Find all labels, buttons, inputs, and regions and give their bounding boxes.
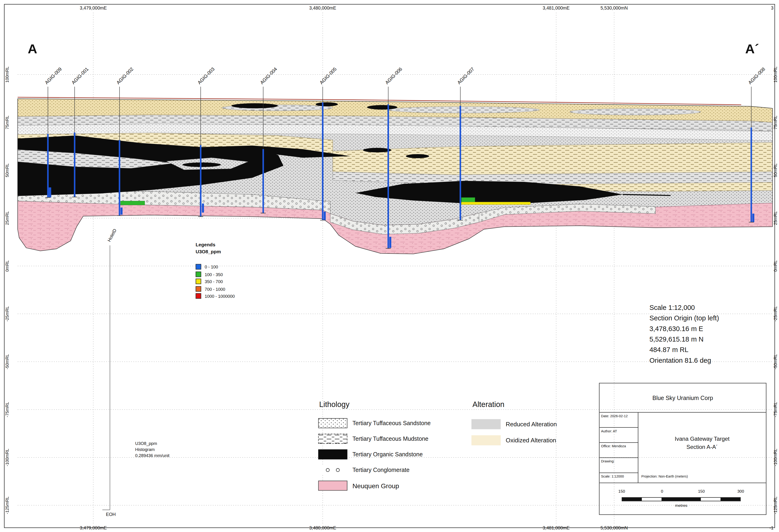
scale-info-line: Section Origin (top left) [649, 313, 719, 323]
u3o8-legend-item: 100 - 350 [196, 271, 223, 277]
lithology-label: Tertiary Organic Sandstone [352, 452, 423, 458]
scale-info-line: 484.87 m RL [649, 345, 719, 355]
axis-top-easting-3: 3,481,000mE [543, 6, 570, 11]
u3o8-legend-title: Legends [196, 242, 216, 248]
axis-bottom-corner-truncated: -1 [769, 526, 773, 531]
scale-bar-tick: 300 [737, 489, 744, 493]
lithology-label: Neuquen Group [352, 482, 399, 489]
axis-right-rl-n75: -75mRL [773, 402, 778, 417]
axis-right-rl-n125: -125mRL [773, 496, 778, 514]
axis-bottom-easting-2: 3,480,000mE [309, 526, 336, 531]
axis-bottom-easting-1: 3,479,000mE [80, 526, 107, 531]
u3o8-legend-item: 1000 - 1000000 [196, 293, 235, 299]
u3o8-range-label: 0 - 100 [205, 264, 218, 269]
projection-field: Projection: Non-Earth (meters) [638, 473, 766, 483]
scale-bar-unit: metres [675, 504, 687, 508]
eoh-label: EOH [106, 512, 116, 517]
axis-left-rl-75: 75mRL [4, 116, 10, 129]
axis-left-rl-50: 50mRL [4, 163, 10, 177]
assay-interval-green [120, 201, 145, 205]
axis-left-rl-n50: -50mRL [4, 354, 10, 369]
u3o8-legend-item: 700 - 1000 [196, 286, 225, 292]
alteration-label: Reduced Alteration [506, 421, 557, 428]
scale-info-block: Scale 1:12,000 Section Origin (top left)… [649, 302, 719, 366]
title-block: Blue Sky Uranium Corp Ivana Gateway Targ… [599, 383, 766, 515]
axis-left-rl-n100: -100mRL [4, 449, 10, 466]
scale-bar-segments [622, 497, 741, 501]
alteration-legend-title: Alteration [472, 400, 504, 409]
lithology-swatch-circles [318, 465, 348, 475]
lithology-swatch-dashes [318, 434, 348, 444]
axis-left-rl-n25: -25mRL [4, 306, 10, 321]
date-field: Date: 2026-02-12 [600, 412, 639, 428]
alteration-item: Oxidized Alteration [471, 436, 556, 445]
axis-left-rl-25: 25mRL [4, 211, 10, 225]
u3o8-swatch-blue [196, 264, 201, 270]
lithology-swatch-black [318, 449, 348, 459]
u3o8-legend-subtitle: U3O8_ppm [196, 249, 221, 255]
alteration-label: Oxidized Alteration [506, 437, 556, 444]
axis-left-rl-0: 0mRL [4, 260, 10, 272]
assay-interval-yellow [461, 202, 530, 205]
drawing-field: Drawing: [600, 458, 639, 473]
axis-top-corner-truncated: 3 [771, 6, 773, 11]
axis-right-rl-75: 75mRL [773, 116, 778, 129]
axis-top-easting-1: 3,479,000mE [80, 6, 107, 11]
scale-info-line: 5,529,615.18 m N [649, 334, 719, 345]
axis-left-rl-n75: -75mRL [4, 402, 10, 417]
u3o8-range-label: 700 - 1000 [205, 286, 225, 291]
lithology-swatch-stipple [318, 418, 348, 428]
axis-right-rl-100: 100mRL [773, 66, 778, 83]
alteration-swatch-oxidized [471, 436, 501, 445]
scale-bar-tick: 0 [661, 489, 663, 493]
axis-right-rl-n100: -100mRL [773, 449, 778, 466]
lithology-label: Tertiary Tuffaceous Mudstone [352, 436, 428, 442]
lithology-label: Tertiary Conglomerate [352, 467, 409, 473]
scale-bar-segment [622, 498, 642, 501]
lithology-legend-title: Lithology [319, 400, 350, 409]
axis-top-northing: 5,530,000mN [600, 6, 628, 11]
lithology-swatch-pink [318, 480, 348, 490]
lithology-item: Tertiary Organic Sandstone [318, 449, 423, 459]
u3o8-range-label: 100 - 350 [205, 272, 223, 277]
histogram-note-line2: Histogram [135, 446, 155, 452]
section-end-label: A´ [745, 41, 759, 57]
axis-right-rl-0: 0mRL [773, 260, 778, 272]
axis-top-easting-2: 3,480,000mE [309, 6, 336, 11]
u3o8-swatch-green [196, 271, 201, 277]
lithology-item: Neuquen Group [318, 480, 399, 490]
geology-layers [18, 96, 773, 262]
drawing-title-line-1: Ivana Gateway Target [675, 435, 730, 443]
holeid-legend-line [102, 245, 110, 510]
author-field: Author: AT [600, 428, 639, 443]
scale-info-line: 3,478,630.16 m E [649, 323, 719, 334]
u3o8-swatch-yellow [196, 279, 201, 284]
office-field: Office: Mendoza [600, 443, 639, 458]
u3o8-legend-item: 0 - 100 [196, 264, 218, 270]
u3o8-range-label: 1000 - 1000000 [205, 293, 235, 298]
section-start-label: A [28, 41, 37, 57]
lithology-item: Tertiary Conglomerate [318, 465, 409, 475]
alteration-swatch-reduced [471, 419, 501, 429]
axis-right-rl-25: 25mRL [773, 211, 778, 225]
histogram-note-line3: 0.289436 mm/unit [135, 452, 169, 458]
histogram-note-line1: U3O8_ppm [135, 440, 157, 446]
axis-bottom-easting-3: 3,481,000mE [543, 526, 570, 531]
scale-bar-tick: 150 [618, 489, 625, 493]
scale-bar-segment [721, 498, 740, 501]
scale-field: Scale: 1:12000 [600, 473, 639, 483]
drawing-title-line-2: Section A-A´ [686, 443, 718, 451]
scale-info-line: Scale 1:12,000 [649, 302, 719, 313]
lithology-item: Tertiary Tuffaceous Mudstone [318, 434, 428, 444]
u3o8-swatch-orange [196, 286, 201, 292]
scale-bar: 150 0 150 300 metres [600, 483, 766, 514]
u3o8-legend-item: 350 - 700 [196, 279, 223, 284]
section-plot-page: 3,479,000mE 3,480,000mE 3,481,000mE 5,53… [0, 0, 779, 532]
assay-interval-green [461, 197, 475, 202]
axis-right-rl-n25: -25mRL [773, 306, 778, 321]
u3o8-swatch-red [196, 293, 201, 299]
u3o8-range-label: 350 - 700 [205, 279, 223, 284]
axis-right-rl-50: 50mRL [773, 163, 778, 177]
alteration-item: Reduced Alteration [471, 419, 557, 429]
scale-bar-tick: 150 [698, 489, 705, 493]
